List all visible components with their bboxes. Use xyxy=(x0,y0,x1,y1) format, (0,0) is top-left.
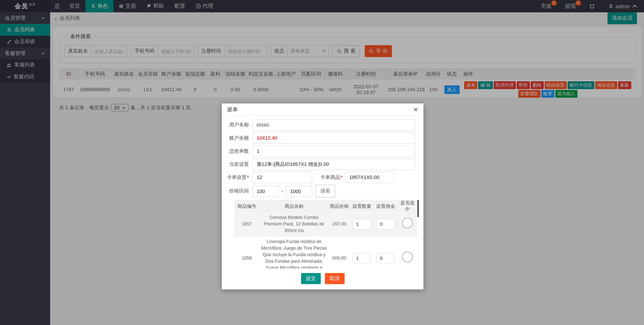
select-radio[interactable] xyxy=(402,252,413,262)
qty-input[interactable] xyxy=(353,219,371,230)
current-setting-label: 当前设置 xyxy=(222,161,252,168)
stuck-goods-input[interactable] xyxy=(345,172,394,183)
total-orders-input[interactable] xyxy=(252,146,415,157)
goods-header-row: 商品编号 商品名称 商品价格 设置数量 设置佣金 是否选中 xyxy=(234,200,417,212)
modal-title: 派单 xyxy=(227,106,238,113)
gcol-selected: 是否选中 xyxy=(398,200,417,212)
goods-search-button[interactable]: 搜索 xyxy=(316,185,335,198)
gcell-name: Cerveza Modelo Combo Premium Pack, 12 Bo… xyxy=(260,212,329,236)
gcol-price: 商品价格 xyxy=(329,200,350,212)
balance-label: 账户余额 xyxy=(222,134,252,142)
total-orders-label: 总抢单数 xyxy=(222,148,252,154)
username-input[interactable] xyxy=(252,119,415,130)
total-orders-row: 总抢单数 xyxy=(222,146,415,157)
gcell-price: 509.00 xyxy=(329,236,350,268)
gcol-qty: 设置数量 xyxy=(350,200,374,212)
submit-button[interactable]: 提交 xyxy=(301,273,320,284)
gcell-id: 1857 xyxy=(234,212,260,236)
cancel-button[interactable]: 取消 xyxy=(324,273,344,284)
price-range-label: 价格区间 xyxy=(222,188,252,195)
gcell-name: Linenspa Funda nórdica de Microfibra; Ju… xyxy=(260,236,329,268)
range-dash: - xyxy=(281,188,284,195)
stuck-setting-label: 卡单设置* xyxy=(222,174,252,181)
modal-body: 用户名称 账户余额 总抢单数 当前设置 卡单设置* 卡单商品* xyxy=(222,116,424,272)
commission-input[interactable] xyxy=(377,219,395,230)
price-range-row: 价格区间 - 搜索 xyxy=(222,185,415,198)
stuck-setting-input[interactable] xyxy=(252,172,312,183)
stuck-goods-label: 卡单商品* xyxy=(320,174,342,181)
scrollbar-thumb[interactable] xyxy=(417,200,419,217)
commission-input[interactable] xyxy=(377,253,395,264)
gcell-id: 1859 xyxy=(234,236,260,268)
dispatch-modal: 派单 ✕ 用户名称 账户余额 总抢单数 当前设置 卡单设置* xyxy=(222,104,424,290)
required-asterisk: * xyxy=(247,174,249,180)
app: 会员 会员 ☰ 首页 角色 交易 帮助 配置 $ xyxy=(0,0,644,325)
goods-table-container: 商品编号 商品名称 商品价格 设置数量 设置佣金 是否选中 1857 Cerve… xyxy=(234,200,419,268)
modal-footer: 提交 取消 xyxy=(222,272,424,290)
qty-input[interactable] xyxy=(353,253,371,264)
current-setting-row: 当前设置 xyxy=(222,158,415,170)
select-radio[interactable] xyxy=(402,218,413,228)
gcol-name: 商品名称 xyxy=(260,200,329,212)
goods-row: 1859 Linenspa Funda nórdica de Microfibr… xyxy=(234,236,417,268)
balance-row: 账户余额 xyxy=(222,132,415,144)
modal-header: 派单 ✕ xyxy=(222,104,424,116)
goods-row: 1857 Cerveza Modelo Combo Premium Pack, … xyxy=(234,212,417,236)
stuck-goods-text: 卡单商品 xyxy=(320,174,340,180)
goods-table: 商品编号 商品名称 商品价格 设置数量 设置佣金 是否选中 1857 Cerve… xyxy=(234,200,417,268)
gcell-price: 207.00 xyxy=(329,212,350,236)
price-max-input[interactable] xyxy=(286,185,312,197)
required-asterisk: * xyxy=(340,174,342,180)
gcol-commission: 设置佣金 xyxy=(374,200,398,212)
username-row: 用户名称 xyxy=(222,119,415,130)
username-label: 用户名称 xyxy=(222,121,252,128)
current-setting-input[interactable] xyxy=(252,158,415,170)
close-icon[interactable]: ✕ xyxy=(413,106,418,112)
stuck-setting-text: 卡单设置 xyxy=(227,174,246,180)
price-min-input[interactable] xyxy=(252,185,279,197)
stuck-order-row: 卡单设置* 卡单商品* xyxy=(222,172,415,183)
gcol-id: 商品编号 xyxy=(234,200,260,212)
balance-input[interactable] xyxy=(252,132,415,144)
